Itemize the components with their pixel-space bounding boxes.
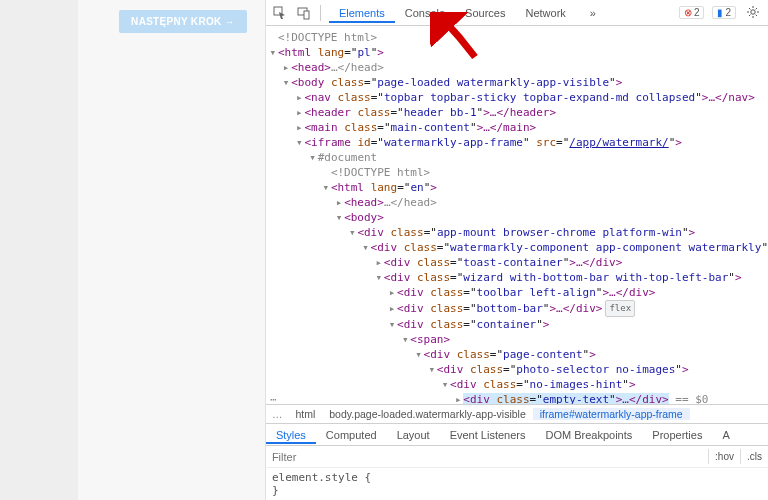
more-tabs-icon[interactable]: » (584, 7, 602, 19)
disclosure-icon[interactable]: ▾ (308, 150, 318, 165)
message-count: 2 (725, 7, 731, 18)
inspect-icon[interactable] (272, 5, 288, 21)
disclosure-icon[interactable]: ▾ (334, 210, 344, 225)
disclosure-icon[interactable]: ▾ (361, 240, 371, 255)
disclosure-icon[interactable]: ▾ (347, 225, 357, 240)
toolbar-separator (320, 5, 321, 21)
disclosure-icon[interactable]: ▾ (414, 347, 424, 362)
styles-filter-input[interactable] (266, 451, 708, 463)
disclosure-icon[interactable]: ▸ (294, 90, 304, 105)
disclosure-icon[interactable]: ▾ (374, 270, 384, 285)
stab-event-listeners[interactable]: Event Listeners (440, 426, 536, 444)
dom-tree[interactable]: <!DOCTYPE html> ▾<html lang="pl"> ▸<head… (266, 26, 768, 404)
flex-chip[interactable]: flex (605, 300, 635, 317)
svg-rect-2 (304, 11, 309, 19)
doctype: <!DOCTYPE html> (278, 31, 377, 44)
styles-body[interactable]: element.style { } (266, 468, 768, 500)
disclosure-icon[interactable]: ▸ (453, 392, 463, 404)
style-rule-close: } (272, 484, 762, 497)
svg-point-3 (751, 9, 755, 13)
stab-dom-breakpoints[interactable]: DOM Breakpoints (535, 426, 642, 444)
settings-icon[interactable] (744, 5, 762, 21)
disclosure-icon[interactable]: ▾ (321, 180, 331, 195)
error-count: 2 (694, 7, 700, 18)
disclosure-icon[interactable]: ▸ (281, 60, 291, 75)
disclosure-icon[interactable]: ▸ (294, 105, 304, 120)
disclosure-icon[interactable]: ▾ (281, 75, 291, 90)
tab-network[interactable]: Network (515, 3, 575, 23)
crumb-overflow-icon[interactable]: … (266, 408, 289, 420)
tab-sources[interactable]: Sources (455, 3, 515, 23)
stab-accessibility[interactable]: A (712, 426, 739, 444)
device-toggle-icon[interactable] (296, 5, 312, 21)
hov-toggle[interactable]: :hov (708, 449, 740, 464)
devtools-panel: Elements Console Sources Network » ⊗2 ▮2… (266, 0, 768, 500)
selected-node[interactable]: <div class="empty-text">…</div> (463, 393, 668, 404)
selection-marker: == $0 (669, 393, 709, 404)
tab-elements[interactable]: Elements (329, 3, 395, 23)
crumb-iframe[interactable]: iframe#watermarkly-app-frame (533, 408, 690, 420)
breadcrumb: … html body.page-loaded.watermarkly-app-… (266, 404, 768, 424)
disclosure-icon[interactable]: ▾ (294, 135, 304, 150)
cls-toggle[interactable]: .cls (740, 449, 768, 464)
disclosure-icon[interactable]: ▸ (374, 255, 384, 270)
stab-computed[interactable]: Computed (316, 426, 387, 444)
disclosure-icon[interactable]: ▸ (334, 195, 344, 210)
tab-console[interactable]: Console (395, 3, 455, 23)
style-rule: element.style { (272, 471, 762, 484)
disclosure-icon[interactable]: ▸ (387, 285, 397, 300)
disclosure-icon[interactable]: ▾ (440, 377, 450, 392)
stab-layout[interactable]: Layout (387, 426, 440, 444)
disclosure-icon[interactable]: ▾ (268, 45, 278, 60)
error-badge[interactable]: ⊗2 (679, 6, 705, 19)
disclosure-icon[interactable]: ▾ (427, 362, 437, 377)
devtools-toolbar: Elements Console Sources Network » ⊗2 ▮2 (266, 0, 768, 26)
crumb-body[interactable]: body.page-loaded.watermarkly-app-visible (322, 408, 533, 420)
stab-styles[interactable]: Styles (266, 426, 316, 444)
page-preview-pane: NASTĘPNY KROK → (0, 0, 266, 500)
disclosure-icon[interactable]: ▸ (387, 301, 397, 316)
overflow-icon[interactable]: ⋯ (270, 392, 277, 404)
next-step-button[interactable]: NASTĘPNY KROK → (119, 10, 247, 33)
styles-filter-row: :hov .cls (266, 446, 768, 468)
crumb-html[interactable]: html (288, 408, 322, 420)
disclosure-icon[interactable]: ▾ (400, 332, 410, 347)
disclosure-icon[interactable]: ▾ (387, 317, 397, 332)
disclosure-icon[interactable]: ▸ (294, 120, 304, 135)
stab-properties[interactable]: Properties (642, 426, 712, 444)
styles-tabs: Styles Computed Layout Event Listeners D… (266, 424, 768, 446)
page-gutter (0, 0, 78, 500)
message-badge[interactable]: ▮2 (712, 6, 736, 19)
devtools-tabs: Elements Console Sources Network (329, 3, 576, 23)
